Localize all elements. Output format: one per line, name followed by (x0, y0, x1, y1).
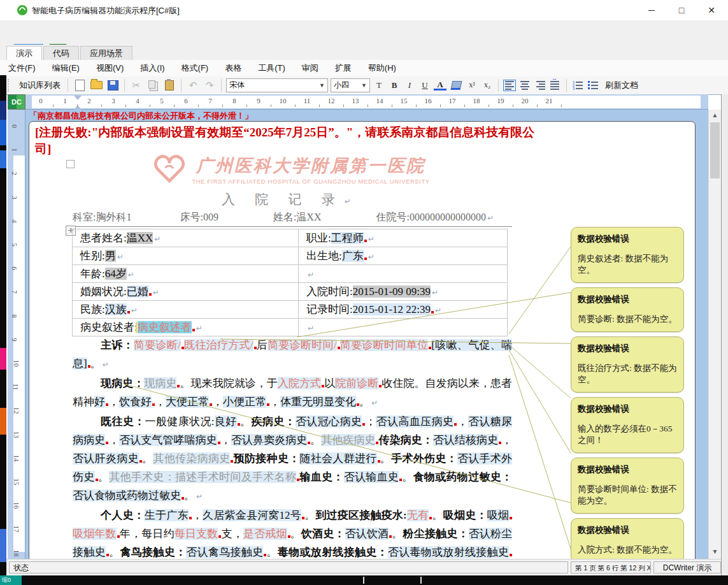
validation-error-box[interactable]: 数据校验错误简要诊断时间单位: 数据不能为空。 (571, 458, 684, 514)
table-cell[interactable]: ↵ (299, 265, 508, 283)
table-cell[interactable]: 职业:工程师↵ (299, 229, 508, 247)
input-field[interactable]: 久居紫金县河窝12号 (203, 509, 301, 521)
superscript-icon[interactable]: x² (466, 80, 478, 90)
refresh-document-button[interactable]: 刷新文档 (602, 80, 641, 91)
field-value[interactable]: 广东 (342, 250, 364, 262)
record-paragraph[interactable]: 现病史：现病史。现来我院就诊，于入院方式以院前诊断收住院。自发病以来，患者精神好… (73, 374, 512, 412)
input-field[interactable]: 体重无明显变化 (280, 396, 356, 408)
validation-error-box[interactable]: 数据校验错误简要诊断: 数据不能为空。 (571, 287, 684, 332)
font-name-select[interactable]: 宋体▼ (226, 78, 328, 92)
input-field[interactable]: 否认食物或药物过敏史 (73, 489, 181, 502)
input-field[interactable]: 否认高血压病史 (376, 415, 453, 428)
font-color-icon[interactable]: A (434, 80, 446, 90)
scrollbar-thumb[interactable] (710, 122, 720, 178)
menu-文件(F)[interactable]: 文件(F) (0, 60, 44, 76)
validation-error-box[interactable]: 数据校验错误输入的数字必须在0－365之间！ (571, 397, 684, 453)
validation-error-box[interactable]: 数据校验错误病史叙述者: 数据不能为空。 (571, 227, 684, 283)
validation-error-box[interactable]: 数据校验错误既往治疗方式: 数据不能为空。 (571, 336, 684, 393)
table-cell[interactable]: ↵ (299, 319, 508, 336)
scroll-up-icon[interactable]: ▲ (709, 110, 721, 121)
vertical-ruler[interactable]: 0123456789101112131415161718 (8, 110, 25, 559)
table-cell[interactable]: 婚姻状况:已婚↵ (73, 283, 299, 301)
input-field[interactable]: 吸烟年数 (73, 528, 117, 540)
record-paragraph[interactable]: 既往史：一般健康状况:良好。疾病史：否认冠心病史；否认高血压病史，否认糖尿病病史… (73, 412, 512, 506)
input-field[interactable]: 饮食好 (119, 396, 152, 408)
input-field[interactable]: 随社会人群进行 (299, 452, 376, 465)
bold-icon[interactable]: B (388, 80, 401, 90)
align-right-icon[interactable] (534, 80, 546, 91)
input-field[interactable]: 生于广东 (145, 509, 189, 521)
input-field[interactable]: 其他传染病病史 (153, 452, 230, 465)
input-field[interactable]: 否认冠心病史 (296, 415, 362, 428)
field-value[interactable]: 64岁 (105, 268, 127, 280)
validation-error-box[interactable]: 数据校验错误入院方式: 数据不能为空。 (571, 518, 684, 559)
new-document-icon[interactable] (73, 78, 87, 92)
input-field[interactable]: 每日支数 (175, 528, 218, 540)
input-field[interactable]: 否认结核病史 (433, 434, 498, 446)
input-field[interactable]: 简要诊断时间单位 (340, 339, 429, 351)
field-value[interactable]: 2015-01-09 09:39 (353, 285, 431, 298)
table-cell[interactable]: 年龄:64岁↵ (73, 265, 299, 283)
tab-代码[interactable]: 代码 (43, 46, 79, 61)
field-value[interactable]: 已婚 (127, 285, 148, 298)
menu-表格[interactable]: 表格 (217, 60, 250, 76)
close-button[interactable]: ✕ (702, 4, 721, 17)
scroll-down-icon[interactable]: ▼ (709, 546, 721, 558)
field-value[interactable]: 工程师 (331, 232, 364, 244)
cut-icon[interactable]: ✂ (129, 78, 143, 92)
input-field[interactable]: 现病史 (144, 377, 176, 389)
subscript-icon[interactable]: x₂ (481, 80, 494, 90)
tab-应用场景[interactable]: 应用场景 (80, 46, 132, 61)
paste-icon[interactable] (162, 78, 176, 92)
bullet-list-icon[interactable] (587, 80, 599, 91)
italic-icon[interactable]: I (403, 80, 416, 90)
open-file-icon[interactable] (89, 78, 103, 92)
patient-info-table[interactable]: 患者姓名:温XX↵职业:工程师↵性别:男↵出生地:广东↵年龄:64岁↵↵婚姻状况… (72, 229, 508, 336)
field-value[interactable]: 男 (105, 250, 116, 262)
input-field[interactable]: 简要诊断/ (134, 339, 181, 351)
highlight-fill-icon[interactable] (449, 78, 463, 92)
menu-扩展[interactable]: 扩展 (327, 60, 360, 76)
ruler-cursor-marker[interactable] (74, 101, 82, 110)
menu-审阅[interactable]: 审阅 (294, 60, 327, 76)
input-field[interactable]: 其他疾病史 (321, 434, 375, 446)
input-field[interactable]: 简要诊断时间/ (268, 339, 336, 351)
field-value[interactable]: 2015-01-12 22:39 (353, 303, 431, 315)
input-field[interactable]: 是否戒烟 (243, 528, 287, 540)
input-field[interactable]: 否认饮酒 (345, 528, 389, 540)
input-field[interactable]: 否认支气管哮喘病史 (119, 434, 217, 446)
medical-record-body[interactable]: 主诉：简要诊断/既往治疗方式/后简要诊断时间/简要诊断时间单位[咳嗽、气促、喘息… (73, 336, 512, 559)
menu-编辑(E)[interactable]: 编辑(E) (44, 60, 88, 76)
table-cell[interactable]: 性别:男↵ (73, 247, 299, 265)
table-cell[interactable]: 记录时间:2015-01-12 22:39↵ (299, 301, 508, 319)
input-field[interactable]: 否认输血史 (344, 471, 399, 483)
input-field[interactable]: 否认肝炎病史 (73, 452, 139, 465)
knowledge-list-button[interactable]: 知识库列表 (17, 80, 63, 91)
table-cell[interactable]: 患者姓名:温XX↵ (73, 229, 299, 247)
input-field[interactable]: 小便正常 (223, 396, 266, 408)
input-field[interactable]: 入院方式 (278, 377, 321, 389)
input-field[interactable]: 好 (94, 396, 105, 408)
menu-视图(V)[interactable]: 视图(V) (88, 60, 132, 76)
input-field[interactable]: 吸烟 (487, 509, 509, 521)
document-page[interactable]: [注册失败:"内部版本强制设置有效期至“2025年7月25日”。"，请联系南京都… (29, 121, 696, 559)
input-field[interactable]: 院前诊断 (335, 377, 378, 389)
menu-插入(I)[interactable]: 插入(I) (132, 60, 173, 76)
input-field[interactable]: 良好 (215, 415, 237, 428)
redo-icon[interactable]: ↷ (203, 78, 217, 92)
table-cell[interactable]: 民族:汉族↵ (73, 301, 299, 319)
save-icon[interactable] (106, 78, 120, 92)
input-field[interactable]: 无有 (407, 509, 429, 521)
align-left-icon[interactable] (503, 80, 516, 91)
copy-icon[interactable] (146, 78, 160, 92)
minimize-button[interactable]: ─ (642, 4, 661, 17)
record-paragraph[interactable]: 主诉：简要诊断/既往治疗方式/后简要诊断时间/简要诊断时间单位[咳嗽、气促、喘息… (73, 336, 512, 374)
tab-演示[interactable]: 演示 (6, 46, 42, 61)
underline-icon[interactable]: U (418, 80, 431, 90)
align-center-icon[interactable] (518, 80, 531, 91)
font-style-icon[interactable]: T (373, 80, 385, 90)
input-field[interactable]: 否认禽鸟接触史 (186, 546, 263, 558)
table-cell[interactable]: 病史叙述者:病史叙述者↵ (73, 319, 299, 336)
numbered-list-icon[interactable]: 123 (571, 80, 584, 91)
font-size-select[interactable]: 小四▼ (331, 78, 370, 92)
